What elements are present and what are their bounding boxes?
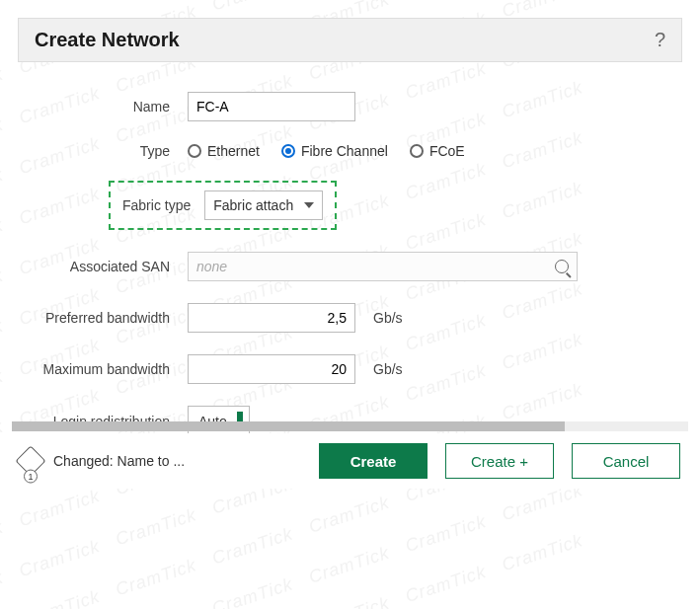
search-icon[interactable] bbox=[555, 260, 569, 273]
preferred-bandwidth-label: Preferred bandwidth bbox=[0, 310, 188, 326]
fabric-type-value: Fabric attach bbox=[213, 197, 293, 213]
type-label: Type bbox=[39, 143, 188, 159]
name-label: Name bbox=[39, 99, 188, 114]
row-preferred-bandwidth: Preferred bandwidth Gb/s bbox=[0, 303, 661, 333]
dialog-title: Create Network bbox=[35, 29, 180, 51]
row-maximum-bandwidth: Maximum bandwidth Gb/s bbox=[0, 354, 661, 384]
radio-icon bbox=[410, 144, 424, 158]
associated-san-label: Associated SAN bbox=[0, 259, 188, 274]
row-name: Name bbox=[39, 92, 661, 121]
type-radio-group: Ethernet Fibre Channel FCoE bbox=[188, 143, 465, 159]
radio-label: Ethernet bbox=[207, 143, 260, 159]
maximum-bandwidth-label: Maximum bandwidth bbox=[0, 361, 188, 377]
preferred-bandwidth-unit: Gb/s bbox=[373, 310, 403, 326]
help-icon[interactable]: ? bbox=[655, 29, 665, 51]
create-button[interactable]: Create bbox=[319, 443, 428, 479]
radio-label: FCoE bbox=[429, 143, 465, 159]
name-input[interactable] bbox=[188, 92, 355, 121]
preferred-bandwidth-input[interactable] bbox=[188, 303, 355, 333]
fabric-type-highlight: Fabric type Fabric attach bbox=[109, 181, 337, 230]
radio-fibre-channel[interactable]: Fibre Channel bbox=[281, 143, 388, 159]
history-icon[interactable]: 1 bbox=[15, 445, 45, 476]
radio-icon bbox=[281, 144, 295, 158]
row-associated-san: Associated SAN none bbox=[0, 252, 661, 281]
associated-san-placeholder: none bbox=[196, 259, 227, 274]
create-plus-button[interactable]: Create + bbox=[445, 443, 554, 479]
footer-buttons: Create Create + Cancel bbox=[319, 443, 680, 479]
radio-ethernet[interactable]: Ethernet bbox=[188, 143, 260, 159]
maximum-bandwidth-input[interactable] bbox=[188, 354, 355, 384]
row-fabric-type: Fabric type Fabric attach bbox=[122, 181, 661, 230]
chevron-down-icon bbox=[304, 202, 314, 208]
changed-text: Changed: Name to ... bbox=[53, 453, 185, 469]
dialog-header: Create Network ? bbox=[18, 18, 682, 62]
horizontal-scrollbar[interactable] bbox=[12, 421, 688, 431]
fabric-type-select[interactable]: Fabric attach bbox=[204, 190, 323, 220]
radio-label: Fibre Channel bbox=[301, 143, 388, 159]
radio-icon bbox=[188, 144, 201, 158]
row-type: Type Ethernet Fibre Channel FCoE bbox=[39, 143, 661, 159]
associated-san-input[interactable]: none bbox=[188, 252, 578, 281]
scrollbar-thumb[interactable] bbox=[12, 421, 565, 431]
history-count-badge: 1 bbox=[24, 470, 38, 484]
footer-left: 1 Changed: Name to ... bbox=[20, 450, 185, 472]
dialog-footer: 1 Changed: Name to ... Create Create + C… bbox=[0, 433, 700, 489]
fabric-type-label: Fabric type bbox=[122, 197, 204, 213]
radio-fcoe[interactable]: FCoE bbox=[410, 143, 465, 159]
maximum-bandwidth-unit: Gb/s bbox=[373, 361, 403, 377]
cancel-button[interactable]: Cancel bbox=[572, 443, 680, 479]
